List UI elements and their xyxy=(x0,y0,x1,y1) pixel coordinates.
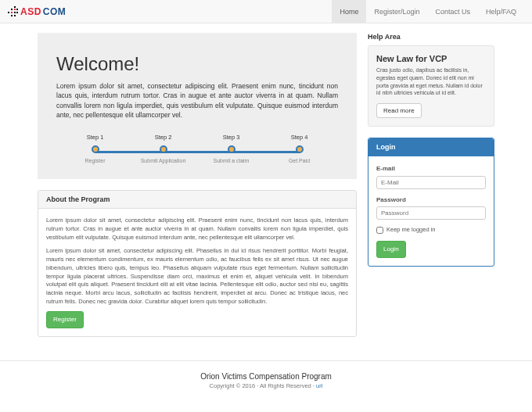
nav-home[interactable]: Home xyxy=(332,0,366,23)
nav-help-faq[interactable]: Help/FAQ xyxy=(478,0,524,23)
login-panel: Login E-mail Password Keep me logged in … xyxy=(368,138,494,267)
about-p1: Lorem ipsum dolor sit amet, consectetur … xyxy=(46,217,348,242)
footer-copyright: Copyright © 2016 · All Rights Reserved · xyxy=(210,382,316,389)
brand-text-1: ASD xyxy=(20,6,41,17)
step-dot-icon xyxy=(92,145,99,153)
logo-dots-icon xyxy=(8,6,19,17)
register-button[interactable]: Register xyxy=(46,311,84,328)
steps-container: Step 1 Register Step 2 Submit Applicatio… xyxy=(61,134,333,163)
step-line xyxy=(95,151,300,153)
step-dot-icon xyxy=(160,145,167,153)
password-field[interactable] xyxy=(376,206,486,220)
nav-register-login[interactable]: Register/Login xyxy=(366,0,427,23)
news-body: Cras justo odio, dapibus ac facilisis in… xyxy=(376,66,486,97)
top-navbar: ASDCOM Home Register/Login Contact Us He… xyxy=(0,0,532,23)
read-more-button[interactable]: Read more xyxy=(376,103,422,118)
email-field[interactable] xyxy=(376,176,486,189)
step-1: Step 1 Register xyxy=(61,134,129,163)
welcome-title: Welcome! xyxy=(56,53,338,75)
footer: Orion Victims Compensation Program Copyr… xyxy=(0,360,532,397)
about-heading: About the Program xyxy=(38,191,356,209)
brand-text-2: COM xyxy=(43,6,66,17)
step-dot-icon xyxy=(228,145,235,153)
welcome-body: Lorem ipsum dolor sit amet, consectetur … xyxy=(56,81,338,120)
brand-logo[interactable]: ASDCOM xyxy=(8,6,66,17)
news-well: New Law for VCP Cras justo odio, dapibus… xyxy=(368,45,494,127)
welcome-jumbotron: Welcome! Lorem ipsum dolor sit amet, con… xyxy=(38,33,357,179)
login-heading: Login xyxy=(368,138,494,156)
remember-checkbox[interactable]: Keep me logged in xyxy=(376,226,486,235)
help-area-title: Help Area xyxy=(368,33,494,41)
step-3: Step 3 Submit a claim xyxy=(197,134,265,163)
about-p2: Lorem ipsum dolor sit amet, consectetur … xyxy=(46,247,348,306)
login-button[interactable]: Login xyxy=(376,241,406,258)
nav-contact[interactable]: Contact Us xyxy=(427,0,478,23)
email-label: E-mail xyxy=(376,164,486,174)
news-title: New Law for VCP xyxy=(376,54,486,63)
about-panel: About the Program Lorem ipsum dolor sit … xyxy=(38,190,357,336)
step-dot-icon xyxy=(296,145,304,153)
remember-checkbox-input[interactable] xyxy=(376,227,383,234)
footer-program: Orion Victims Compensation Program xyxy=(0,372,532,381)
step-2: Step 2 Submit Application xyxy=(129,134,197,163)
step-4: Step 4 Get Paid xyxy=(265,134,333,163)
password-label: Password xyxy=(376,195,486,205)
footer-url-link[interactable]: url xyxy=(316,382,322,389)
